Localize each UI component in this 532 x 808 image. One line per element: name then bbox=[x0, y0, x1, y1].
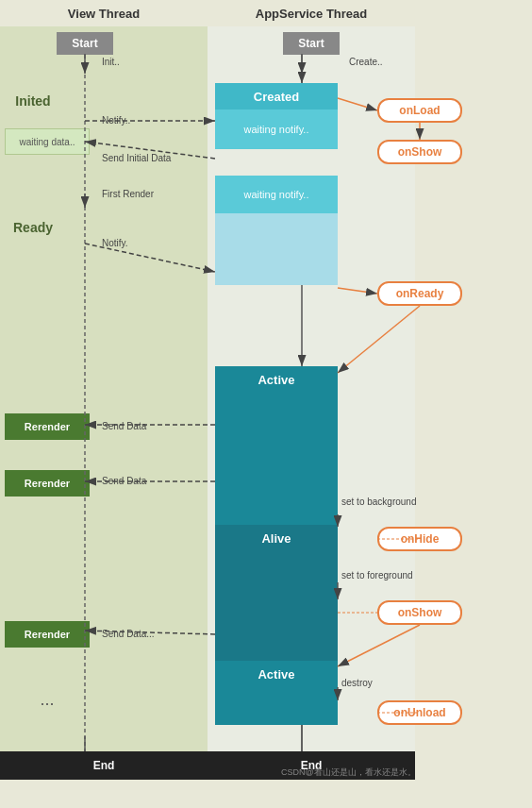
app-light-block bbox=[215, 213, 338, 285]
diagram: View Thread AppService Thread Start Star… bbox=[0, 0, 532, 808]
rerender2-block: Rerender bbox=[5, 470, 90, 497]
view-end-bar: End bbox=[0, 751, 208, 780]
onload-box: onLoad bbox=[377, 98, 462, 123]
ready-state: Ready bbox=[5, 213, 61, 242]
created-block: Created bbox=[215, 83, 338, 109]
send-initial-label: Send Initial Data bbox=[102, 153, 171, 163]
active2-body bbox=[215, 687, 338, 725]
rerender1-block: Rerender bbox=[5, 413, 90, 440]
init-label: Init.. bbox=[102, 57, 120, 67]
view-start-box: Start bbox=[57, 32, 113, 55]
watermark: CSDN@看山还是山，看水还是水。 bbox=[281, 766, 416, 779]
view-thread-header: View Thread bbox=[0, 0, 208, 26]
app-start-label: Start bbox=[298, 37, 324, 50]
send-data3-label: Send Data... bbox=[102, 629, 155, 639]
view-start-label: Start bbox=[72, 37, 97, 50]
view-thread-label: View Thread bbox=[68, 7, 140, 21]
waiting-notify1-block: waiting notify.. bbox=[215, 109, 338, 149]
set-background-label: set to background bbox=[341, 497, 417, 507]
active1-block: Active bbox=[215, 366, 338, 393]
onunload-box: onUnload bbox=[377, 700, 462, 725]
app-start-box: Start bbox=[283, 32, 340, 55]
onready-box: onReady bbox=[377, 281, 462, 306]
notify1-label: Notify.. bbox=[102, 115, 130, 126]
waiting-data-block: waiting data.. bbox=[5, 128, 90, 155]
active2-block: Active bbox=[215, 661, 338, 687]
onshow1-box: onShow bbox=[377, 140, 462, 164]
inited-state: Inited bbox=[5, 87, 61, 115]
create-label: Create.. bbox=[349, 57, 383, 67]
alive-body bbox=[215, 551, 338, 661]
app-thread-label: AppService Thread bbox=[256, 7, 368, 21]
dots-label: ... bbox=[19, 685, 75, 714]
first-render-label: First Render bbox=[102, 189, 154, 199]
active1-body bbox=[215, 393, 338, 525]
onshow2-box: onShow bbox=[377, 600, 462, 625]
send-data2-label: Send Data bbox=[102, 476, 146, 486]
rerender3-block: Rerender bbox=[5, 621, 90, 648]
destroy-label: destroy bbox=[341, 678, 373, 688]
set-foreground-label: set to foreground bbox=[341, 570, 413, 581]
notify2-label: Notify. bbox=[102, 238, 128, 248]
alive-block: Alive bbox=[215, 525, 338, 551]
onhide-box: onHide bbox=[377, 527, 462, 551]
waiting-notify2-block: waiting notify.. bbox=[215, 176, 338, 213]
send-data1-label: Send Data bbox=[102, 421, 146, 431]
app-thread-header: AppService Thread bbox=[208, 0, 415, 26]
